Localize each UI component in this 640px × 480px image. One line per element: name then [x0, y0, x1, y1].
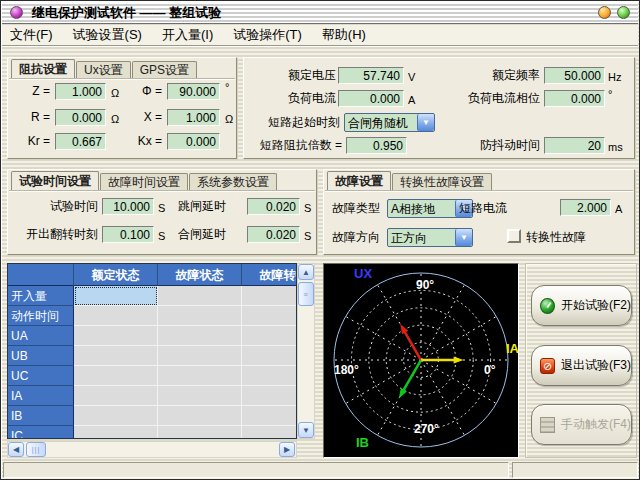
table-cell[interactable] [242, 346, 297, 366]
short-current-input[interactable]: 2.000 [560, 199, 611, 216]
r-input[interactable]: 0.000 [55, 109, 106, 126]
minimize-button[interactable] [598, 6, 611, 19]
menu-help[interactable]: 帮助(H) [312, 24, 376, 46]
menu-test-settings[interactable]: 试验设置(S) [63, 24, 152, 46]
fault-tabs: 故障设置 转换性故障设置 [327, 171, 493, 190]
kr-label: Kr = [14, 134, 50, 149]
tab-separator [325, 190, 633, 191]
exit-test-label: 退出试验(F3) [561, 357, 631, 374]
fault-direction-label: 故障方向 [330, 230, 380, 245]
table-cell[interactable] [242, 286, 297, 306]
r-label: R = [14, 110, 50, 125]
manual-trigger-button[interactable]: 手动触发(F4) [531, 404, 632, 445]
table-cell[interactable] [242, 326, 297, 346]
fault-panel: 故障设置 转换性故障设置 故障类型 A相接地 ▼ 短路电流 2.000 A 故障… [323, 169, 635, 255]
menu-bar: 文件(F) 试验设置(S) 开入量(I) 试验操作(T) 帮助(H) [2, 25, 638, 46]
evolving-fault-checkbox[interactable] [507, 229, 521, 243]
tab-gps-settings[interactable]: GPS设置 [132, 61, 197, 78]
tab-evolving-fault[interactable]: 转换性故障设置 [392, 173, 492, 190]
close-delay-unit: S [304, 229, 311, 243]
table-vertical-scrollbar[interactable]: ▲ ≡ ▼ [297, 263, 315, 439]
row-label-action-time: 动作时间 [8, 306, 74, 326]
tab-test-time[interactable]: 试验时间设置 [11, 171, 99, 190]
tab-fault-time[interactable]: 故障时间设置 [100, 173, 188, 190]
menu-binary-input[interactable]: 开入量(I) [152, 24, 223, 46]
table-cell[interactable] [242, 386, 297, 406]
table-cell[interactable] [242, 406, 297, 426]
manual-trigger-label: 手动触发(F4) [561, 416, 631, 433]
exit-test-button[interactable]: ⊘ 退出试验(F3) [531, 345, 632, 386]
phi-input[interactable]: 90.000 [167, 83, 220, 100]
fault-direction-dropdown[interactable]: 正方向 ▼ [387, 228, 473, 247]
table-cell[interactable] [158, 386, 242, 406]
kx-input[interactable]: 0.000 [167, 133, 220, 150]
table-cell[interactable] [74, 346, 158, 366]
stop-icon: ⊘ [540, 358, 555, 374]
table-cell[interactable] [74, 306, 158, 326]
table-cell[interactable] [242, 306, 297, 326]
debounce-label: 防抖动时间 [460, 138, 540, 153]
table-cell[interactable] [74, 426, 158, 439]
chevron-down-icon[interactable]: ▼ [417, 114, 434, 131]
impedance-multiplier-input[interactable]: 0.950 [346, 137, 407, 154]
rated-voltage-input[interactable]: 57.740 [338, 67, 404, 84]
table-cell[interactable] [158, 326, 242, 346]
test-time-input[interactable]: 10.000 [102, 198, 154, 215]
tab-system-params[interactable]: 系统参数设置 [189, 173, 277, 190]
z-input[interactable]: 1.000 [55, 83, 106, 100]
flip-time-unit: S [158, 229, 165, 243]
debounce-input[interactable]: 20 [544, 137, 605, 154]
horizontal-scroll-thumb[interactable]: ||| [26, 442, 46, 457]
scroll-up-icon[interactable]: ▲ [298, 264, 314, 280]
trip-delay-unit: S [304, 201, 311, 215]
phasor-label-ib: IB [356, 435, 369, 450]
table-cell[interactable] [158, 366, 242, 386]
x-input[interactable]: 1.000 [167, 109, 220, 126]
menu-file[interactable]: 文件(F) [2, 24, 63, 46]
phi-unit: ° [225, 80, 229, 94]
table-cell[interactable] [158, 426, 242, 439]
sc-start-time-dropdown[interactable]: 合闸角随机 ▼ [344, 113, 435, 132]
load-current-input[interactable]: 0.000 [338, 90, 404, 107]
close-delay-label: 合闸延时 [176, 227, 226, 242]
row-label-binary-input: 开入量 [8, 286, 74, 306]
table-cell[interactable] [74, 406, 158, 426]
table-cell[interactable] [74, 386, 158, 406]
table-cell[interactable] [74, 366, 158, 386]
start-test-button[interactable]: 开始试验(F2) [531, 285, 632, 326]
chevron-down-icon[interactable]: ▼ [455, 229, 472, 246]
close-button[interactable] [617, 6, 630, 19]
kr-input[interactable]: 0.667 [55, 133, 106, 150]
scroll-down-icon[interactable]: ▼ [298, 422, 314, 438]
impedance-multiplier-label: 短路阻抗倍数 = [250, 138, 342, 153]
tab-separator [9, 190, 315, 191]
trip-delay-input[interactable]: 0.020 [247, 198, 300, 215]
rated-freq-input[interactable]: 50.000 [544, 67, 605, 84]
sc-start-time-value: 合闸角随机 [345, 114, 417, 131]
load-current-phase-input[interactable]: 0.000 [544, 90, 605, 107]
table-cell[interactable] [158, 306, 242, 326]
scroll-left-icon[interactable]: ◀ [8, 442, 24, 457]
status-bar-secondary [512, 462, 638, 478]
vertical-scroll-thumb[interactable]: ≡ [298, 282, 314, 306]
menu-test-operation[interactable]: 试验操作(T) [223, 24, 312, 46]
table-cell-selected[interactable] [74, 286, 158, 306]
tab-fault-settings[interactable]: 故障设置 [327, 171, 391, 190]
rated-freq-label: 额定频率 [460, 68, 540, 83]
tab-ux-settings[interactable]: Ux设置 [76, 61, 131, 78]
close-delay-input[interactable]: 0.020 [247, 226, 300, 243]
impedance-panel: 阻抗设置 Ux设置 GPS设置 Z = 1.000 Ω Φ = 90.000 °… [7, 57, 237, 159]
table-cell[interactable] [242, 426, 297, 439]
table-cell[interactable] [158, 286, 242, 306]
table-cell[interactable] [74, 326, 158, 346]
scroll-right-icon[interactable]: ▶ [279, 442, 295, 457]
flip-time-input[interactable]: 0.100 [102, 226, 154, 243]
start-icon [540, 298, 555, 314]
table-cell[interactable] [158, 346, 242, 366]
table-cell[interactable] [242, 366, 297, 386]
table-horizontal-scrollbar[interactable]: ◀ ||| ▶ [7, 441, 297, 458]
status-bar-message [3, 462, 509, 478]
tab-impedance-settings[interactable]: 阻抗设置 [11, 59, 75, 78]
row-label-ub: UB [8, 346, 74, 366]
table-cell[interactable] [158, 406, 242, 426]
